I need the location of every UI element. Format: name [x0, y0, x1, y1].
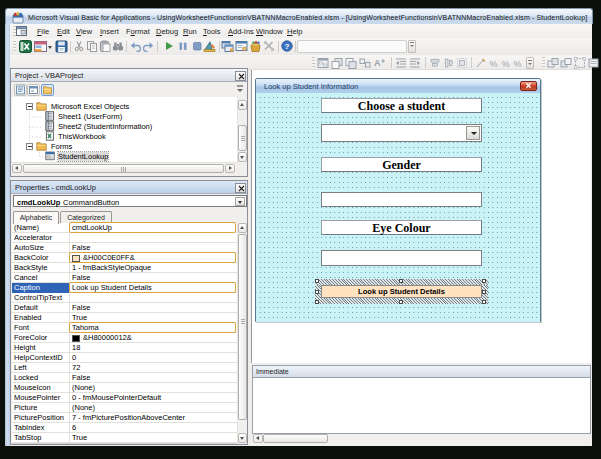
svg-text:%: %: [490, 58, 498, 68]
svg-text:?: ?: [285, 42, 290, 51]
svg-text:A: A: [374, 58, 381, 68]
svg-text:%: %: [502, 58, 510, 68]
svg-text:%: %: [514, 58, 522, 68]
